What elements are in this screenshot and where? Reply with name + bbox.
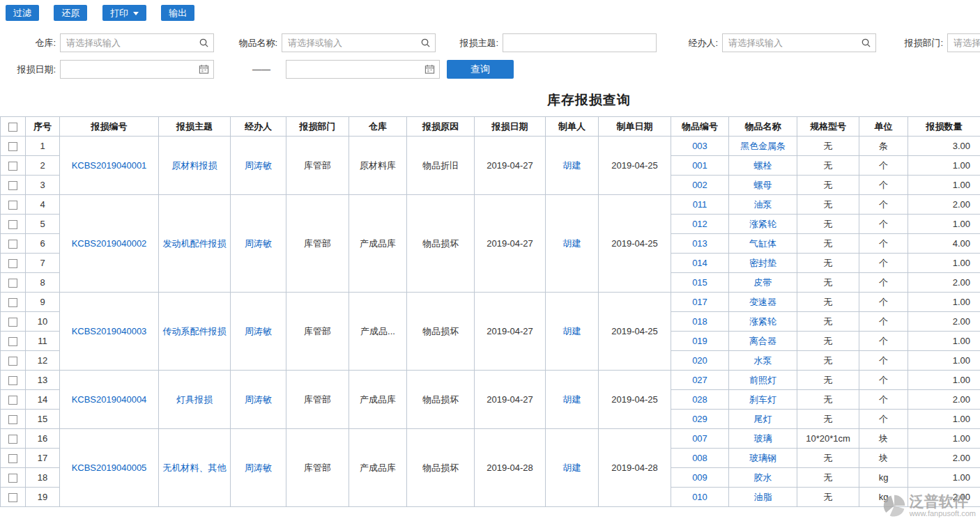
creator-cell[interactable]: 胡建 bbox=[546, 195, 599, 293]
item-no-cell[interactable]: 029 bbox=[671, 410, 729, 429]
item-no-cell[interactable]: 011 bbox=[671, 195, 729, 215]
item-name-cell[interactable]: 玻璃 bbox=[729, 429, 797, 449]
item-name-cell[interactable]: 气缸体 bbox=[729, 234, 797, 254]
reason-cell: 物品损坏 bbox=[407, 371, 475, 429]
row-checkbox[interactable] bbox=[8, 259, 17, 268]
subject-cell[interactable]: 灯具报损 bbox=[159, 371, 231, 429]
select-all-checkbox[interactable] bbox=[8, 123, 17, 132]
item-name-cell[interactable]: 油脂 bbox=[729, 488, 797, 507]
department-filter-input[interactable] bbox=[947, 33, 980, 52]
item-no-cell[interactable]: 015 bbox=[671, 273, 729, 293]
report-no-cell[interactable]: KCBS2019040002 bbox=[60, 195, 159, 293]
item-name-cell[interactable]: 水泵 bbox=[729, 351, 797, 371]
item-no-cell[interactable]: 014 bbox=[671, 254, 729, 273]
item-no-cell[interactable]: 010 bbox=[671, 488, 729, 507]
item-no-cell[interactable]: 013 bbox=[671, 234, 729, 254]
item-name-cell[interactable]: 胶水 bbox=[729, 468, 797, 488]
item-name-cell[interactable]: 皮带 bbox=[729, 273, 797, 293]
row-checkbox[interactable] bbox=[8, 337, 17, 346]
print-button[interactable]: 打印 bbox=[102, 5, 146, 21]
subject-cell[interactable]: 无机材料、其他 bbox=[159, 429, 231, 507]
row-checkbox[interactable] bbox=[8, 396, 17, 405]
item-no-cell[interactable]: 017 bbox=[671, 293, 729, 312]
row-checkbox[interactable] bbox=[8, 454, 17, 463]
item-name-cell[interactable]: 刹车灯 bbox=[729, 390, 797, 410]
item-name-cell[interactable]: 螺母 bbox=[729, 176, 797, 195]
item-name-cell[interactable]: 黑色金属条 bbox=[729, 137, 797, 156]
row-checkbox[interactable] bbox=[8, 376, 17, 385]
handler-cell[interactable]: 周涛敏 bbox=[231, 429, 286, 507]
item-name-cell[interactable]: 油泵 bbox=[729, 195, 797, 215]
handler-cell[interactable]: 周涛敏 bbox=[231, 195, 286, 293]
row-checkbox[interactable] bbox=[8, 181, 17, 190]
item-no-cell[interactable]: 009 bbox=[671, 468, 729, 488]
item-no-cell[interactable]: 003 bbox=[671, 137, 729, 156]
item-no-cell[interactable]: 018 bbox=[671, 312, 729, 332]
calendar-icon[interactable] bbox=[424, 64, 435, 75]
search-icon[interactable] bbox=[861, 38, 871, 48]
row-checkbox[interactable] bbox=[8, 298, 17, 307]
row-checkbox[interactable] bbox=[8, 415, 17, 424]
filter-button[interactable]: 过滤 bbox=[6, 5, 39, 21]
restore-button[interactable]: 还原 bbox=[54, 5, 87, 21]
subject-cell[interactable]: 传动系配件报损 bbox=[159, 293, 231, 371]
row-checkbox[interactable] bbox=[8, 474, 17, 483]
handler-cell[interactable]: 周涛敏 bbox=[231, 137, 286, 195]
item-no-cell[interactable]: 019 bbox=[671, 332, 729, 351]
row-checkbox[interactable] bbox=[8, 201, 17, 210]
date-to-input[interactable] bbox=[286, 60, 440, 79]
item-no-cell[interactable]: 028 bbox=[671, 390, 729, 410]
subject-cell[interactable]: 发动机配件报损 bbox=[159, 195, 231, 293]
report-no-cell[interactable]: KCBS2019040001 bbox=[60, 137, 159, 195]
handler-cell[interactable]: 周涛敏 bbox=[231, 293, 286, 371]
creator-cell[interactable]: 胡建 bbox=[546, 371, 599, 429]
item-name-cell[interactable]: 密封垫 bbox=[729, 254, 797, 273]
row-checkbox[interactable] bbox=[8, 220, 17, 229]
unit-cell: 块 bbox=[859, 449, 908, 468]
item-name-cell[interactable]: 前照灯 bbox=[729, 371, 797, 390]
item-no-cell[interactable]: 008 bbox=[671, 449, 729, 468]
export-button[interactable]: 输出 bbox=[161, 5, 194, 21]
item-no-cell[interactable]: 007 bbox=[671, 429, 729, 449]
row-checkbox[interactable] bbox=[8, 493, 17, 502]
item-name-cell[interactable]: 涨紧轮 bbox=[729, 312, 797, 332]
handler-filter-input[interactable] bbox=[722, 33, 876, 52]
item-no-cell[interactable]: 001 bbox=[671, 156, 729, 176]
item-name-cell[interactable]: 尾灯 bbox=[729, 410, 797, 429]
creator-cell[interactable]: 胡建 bbox=[546, 429, 599, 507]
col-header-item-no: 物品编号 bbox=[671, 117, 729, 137]
item-no-cell[interactable]: 002 bbox=[671, 176, 729, 195]
report-no-cell[interactable]: KCBS2019040004 bbox=[60, 371, 159, 429]
spec-cell: 无 bbox=[797, 468, 859, 488]
search-icon[interactable] bbox=[420, 38, 431, 48]
search-icon[interactable] bbox=[199, 38, 209, 48]
report-no-cell[interactable]: KCBS2019040003 bbox=[60, 293, 159, 371]
item-no-cell[interactable]: 012 bbox=[671, 215, 729, 234]
subject-cell[interactable]: 原材料报损 bbox=[159, 137, 231, 195]
item-name-cell[interactable]: 涨紧轮 bbox=[729, 215, 797, 234]
item-name-cell[interactable]: 离合器 bbox=[729, 332, 797, 351]
row-checkbox[interactable] bbox=[8, 318, 17, 327]
item-no-cell[interactable]: 027 bbox=[671, 371, 729, 390]
item-name-filter-input[interactable] bbox=[282, 33, 436, 52]
item-name-cell[interactable]: 变速器 bbox=[729, 293, 797, 312]
item-name-cell[interactable]: 玻璃钢 bbox=[729, 449, 797, 468]
item-no-cell[interactable]: 020 bbox=[671, 351, 729, 371]
date-from-input[interactable] bbox=[60, 60, 214, 79]
row-checkbox[interactable] bbox=[8, 279, 17, 288]
subject-filter-input[interactable] bbox=[503, 33, 657, 52]
checkbox-cell bbox=[1, 371, 26, 390]
warehouse-filter-input[interactable] bbox=[60, 33, 214, 52]
calendar-icon[interactable] bbox=[199, 64, 209, 75]
handler-cell[interactable]: 周涛敏 bbox=[231, 371, 286, 429]
row-checkbox[interactable] bbox=[8, 142, 17, 151]
creator-cell[interactable]: 胡建 bbox=[546, 293, 599, 371]
row-checkbox[interactable] bbox=[8, 240, 17, 249]
item-name-cell[interactable]: 螺栓 bbox=[729, 156, 797, 176]
creator-cell[interactable]: 胡建 bbox=[546, 137, 599, 195]
query-button[interactable]: 查询 bbox=[447, 60, 514, 79]
row-checkbox[interactable] bbox=[8, 435, 17, 444]
row-checkbox[interactable] bbox=[8, 162, 17, 171]
row-checkbox[interactable] bbox=[8, 357, 17, 366]
report-no-cell[interactable]: KCBS2019040005 bbox=[60, 429, 159, 507]
